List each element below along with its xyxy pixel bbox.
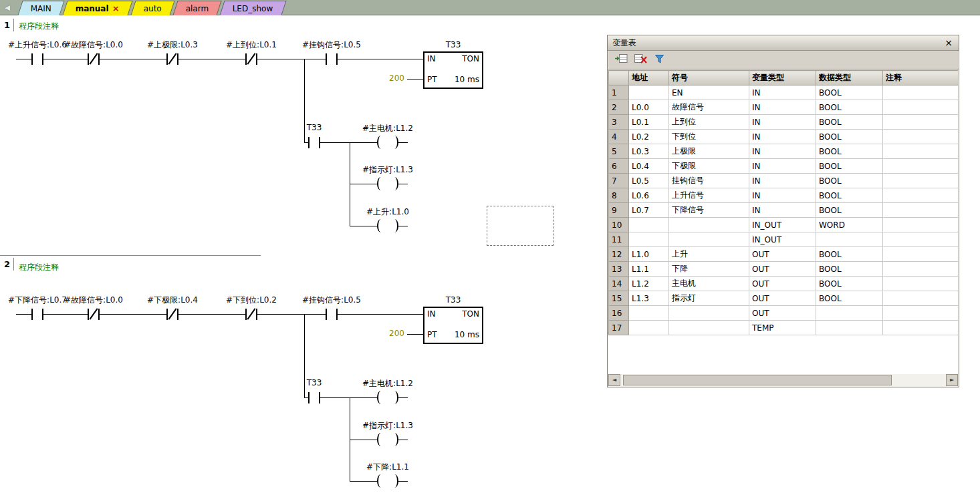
network-comment[interactable]: 程序段注释	[19, 21, 59, 32]
address-cell[interactable]: L0.6	[629, 188, 669, 203]
contact[interactable]	[310, 392, 319, 403]
row-number-cell[interactable]: 11	[609, 232, 629, 247]
symbol-cell[interactable]	[669, 321, 749, 335]
address-cell[interactable]: L0.2	[629, 130, 669, 144]
row-number-cell[interactable]: 16	[609, 306, 629, 321]
row-number-cell[interactable]: 7	[609, 174, 629, 188]
row-number-cell[interactable]: 17	[609, 321, 629, 335]
var-type-cell[interactable]: TEMP	[749, 321, 816, 335]
scroll-right-button[interactable]: ►	[946, 374, 958, 386]
symbol-cell[interactable]: 主电机	[669, 277, 749, 291]
row-number-cell[interactable]: 2	[609, 100, 629, 115]
data-type-cell[interactable]: BOOL	[816, 115, 883, 130]
coil[interactable]	[391, 433, 398, 446]
var-type-cell[interactable]: IN	[749, 115, 816, 130]
var-type-cell[interactable]: IN	[749, 144, 816, 159]
address-cell[interactable]	[629, 321, 669, 335]
row-number-cell[interactable]: 13	[609, 262, 629, 277]
data-type-cell[interactable]: BOOL	[816, 144, 883, 159]
tab-close-icon[interactable]: ×	[112, 3, 120, 13]
address-cell[interactable]: L1.3	[629, 291, 669, 306]
data-type-cell[interactable]	[816, 321, 883, 335]
data-type-cell[interactable]	[816, 232, 883, 247]
comment-cell[interactable]	[883, 262, 959, 277]
row-number-cell[interactable]: 8	[609, 188, 629, 203]
comment-cell[interactable]	[883, 291, 959, 306]
data-type-cell[interactable]: WORD	[816, 218, 883, 232]
toolbar-button-sort[interactable]	[652, 53, 667, 67]
symbol-cell[interactable]: 上升信号	[669, 188, 749, 203]
symbol-cell[interactable]: 下降	[669, 262, 749, 277]
contact[interactable]	[327, 309, 336, 320]
row-number-cell[interactable]: 10	[609, 218, 629, 232]
var-type-cell[interactable]: OUT	[749, 291, 816, 306]
data-type-cell[interactable]: BOOL	[816, 188, 883, 203]
data-type-cell[interactable]: BOOL	[816, 247, 883, 262]
address-cell[interactable]	[629, 306, 669, 321]
comment-cell[interactable]	[883, 115, 959, 130]
var-type-cell[interactable]: IN	[749, 174, 816, 188]
symbol-cell[interactable]: 下极限	[669, 159, 749, 174]
data-type-cell[interactable]: BOOL	[816, 203, 883, 218]
coil[interactable]	[391, 474, 398, 488]
symbol-cell[interactable]: 指示灯	[669, 291, 749, 306]
row-number-cell[interactable]: 12	[609, 247, 629, 262]
comment-cell[interactable]	[883, 86, 959, 100]
horizontal-scrollbar[interactable]: ◄ ►	[608, 374, 958, 386]
symbol-cell[interactable]: 上到位	[669, 115, 749, 130]
row-number-cell[interactable]: 15	[609, 291, 629, 306]
symbol-cell[interactable]: 下降信号	[669, 203, 749, 218]
comment-cell[interactable]	[883, 247, 959, 262]
comment-cell[interactable]	[883, 188, 959, 203]
address-cell[interactable]	[629, 218, 669, 232]
coil[interactable]	[377, 391, 384, 404]
data-type-cell[interactable]: BOOL	[816, 291, 883, 306]
symbol-cell[interactable]: EN	[669, 86, 749, 100]
tab-main[interactable]: MAIN	[17, 1, 64, 15]
symbol-cell[interactable]: 下到位	[669, 130, 749, 144]
row-number-cell[interactable]: 1	[609, 86, 629, 100]
var-type-cell[interactable]: IN	[749, 130, 816, 144]
var-type-cell[interactable]: IN	[749, 86, 816, 100]
row-number-cell[interactable]: 5	[609, 144, 629, 159]
close-icon[interactable]: ×	[943, 37, 954, 48]
address-cell[interactable]: L0.1	[629, 115, 669, 130]
coil[interactable]	[377, 136, 384, 149]
tab-auto[interactable]: auto	[130, 1, 174, 15]
coil[interactable]	[391, 136, 398, 149]
comment-cell[interactable]	[883, 159, 959, 174]
var-type-cell[interactable]: OUT	[749, 277, 816, 291]
contact[interactable]	[33, 53, 42, 65]
comment-cell[interactable]	[883, 130, 959, 144]
contact[interactable]	[327, 53, 336, 65]
address-cell[interactable]: L0.7	[629, 203, 669, 218]
ladder-cursor-box[interactable]	[487, 206, 554, 246]
row-number-cell[interactable]: 3	[609, 115, 629, 130]
var-type-cell[interactable]: OUT	[749, 262, 816, 277]
scroll-left-button[interactable]: ◄	[608, 374, 620, 386]
address-cell[interactable]: L0.4	[629, 159, 669, 174]
coil[interactable]	[377, 474, 384, 488]
coil[interactable]	[391, 219, 398, 232]
var-type-cell[interactable]: IN_OUT	[749, 232, 816, 247]
tab-scroll-left-button[interactable]: ◀	[1, 2, 13, 13]
comment-cell[interactable]	[883, 277, 959, 291]
timer-box[interactable]: INTONPT10 ms	[423, 307, 483, 344]
row-number-cell[interactable]: 4	[609, 130, 629, 144]
coil[interactable]	[377, 219, 384, 232]
var-type-cell[interactable]: IN	[749, 203, 816, 218]
comment-cell[interactable]	[883, 218, 959, 232]
coil[interactable]	[377, 433, 384, 446]
data-type-cell[interactable]: BOOL	[816, 100, 883, 115]
coil[interactable]	[391, 391, 398, 404]
address-cell[interactable]: L0.0	[629, 100, 669, 115]
address-cell[interactable]	[629, 86, 669, 100]
tab-manual[interactable]: manual×	[63, 1, 133, 15]
var-type-cell[interactable]: IN	[749, 100, 816, 115]
comment-cell[interactable]	[883, 232, 959, 247]
comment-cell[interactable]	[883, 203, 959, 218]
variable-table-titlebar[interactable]: 变量表 ×	[608, 35, 959, 51]
data-type-cell[interactable]: BOOL	[816, 86, 883, 100]
comment-cell[interactable]	[883, 321, 959, 335]
contact[interactable]	[310, 137, 319, 148]
